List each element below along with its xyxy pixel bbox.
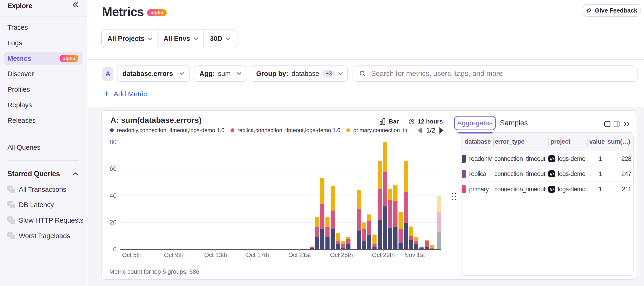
svg-text:Oct 9th: Oct 9th [164, 251, 184, 258]
svg-text:Oct 21st: Oct 21st [288, 251, 311, 258]
svg-text:Oct 17th: Oct 17th [246, 251, 269, 258]
svg-text:20: 20 [110, 219, 116, 226]
svg-text:60: 60 [110, 165, 116, 172]
svg-text:Oct 25th: Oct 25th [330, 251, 353, 258]
svg-text:Oct 13th: Oct 13th [204, 251, 227, 258]
svg-text:Oct 29th: Oct 29th [372, 251, 395, 258]
svg-text:80: 80 [110, 138, 116, 146]
svg-text:Nov 1st: Nov 1st [404, 251, 425, 258]
svg-text:Oct 5th: Oct 5th [122, 251, 142, 258]
svg-text:40: 40 [110, 192, 116, 199]
svg-text:0: 0 [113, 246, 116, 253]
